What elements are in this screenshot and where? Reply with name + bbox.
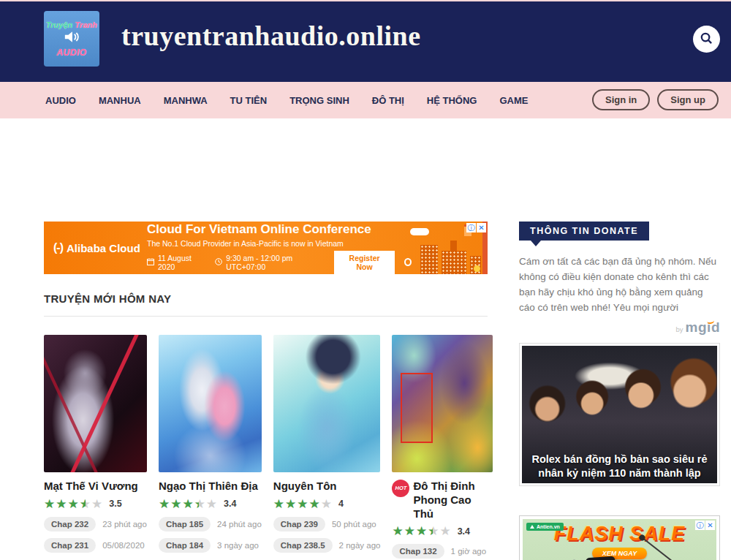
star-rating: ★★★★★ ★★★★★: [273, 498, 333, 510]
star-rating: ★★★★★ ★★★★★: [392, 525, 451, 537]
rating-value: 3.5: [109, 499, 121, 509]
rating-row: ★★★★★ ★★★★★ 3.5: [44, 498, 147, 510]
star-icons-filled: ★★★★★: [44, 498, 86, 510]
site-title[interactable]: truyentranhaudio.online: [121, 20, 421, 52]
chapter-badge[interactable]: Chap 184: [159, 538, 211, 553]
nav-item-game[interactable]: GAME: [499, 95, 528, 106]
rating-row: ★★★★★ ★★★★★ 3.4: [159, 498, 262, 510]
logo-script-text: Truyện Tranh: [46, 20, 97, 29]
nav-item-he-thong[interactable]: HỆ THỐNG: [427, 95, 477, 106]
star-rating: ★★★★★ ★★★★★: [159, 498, 218, 510]
banner-ad[interactable]: (-) Alibaba Cloud Cloud For Vietnam Onli…: [44, 222, 488, 274]
nav-item-do-thi[interactable]: ĐÔ THỊ: [372, 95, 404, 106]
comic-card-grid: Mạt Thế Vi Vương ★★★★★ ★★★★★ 3.5 Chap 23…: [44, 335, 488, 560]
banner-schedule: 11 August 2020 9:30 am - 12:00 pm UTC+07…: [147, 251, 412, 274]
mgid-by-label: by: [676, 325, 683, 333]
chapter-badge[interactable]: Chap 239: [273, 517, 325, 531]
sign-up-button[interactable]: Sign up: [657, 89, 719, 110]
chapter-badge[interactable]: Chap 185: [159, 517, 211, 531]
clock-icon: [215, 258, 222, 267]
chapter-row: Chap 239 50 phút ago: [273, 517, 381, 531]
logo-word-2: Tranh: [75, 20, 97, 29]
nav-item-manhua[interactable]: MANHUA: [99, 95, 141, 106]
phone-shape: [586, 556, 618, 560]
chapter-time: 1 giờ ago: [451, 547, 486, 556]
advertiser-name: Antien.vn: [537, 524, 560, 529]
native-ad-photo: Rolex bán đồng hồ bản sao siêu rẻ nhân k…: [522, 346, 717, 483]
chapter-time: 2 ngày ago: [339, 541, 381, 550]
chapter-badge[interactable]: Chap 132: [392, 544, 444, 559]
section-title-new-today: TRUYỆN MỚI HÔM NAY: [44, 292, 488, 317]
comic-title[interactable]: Ngạo Thị Thiên Địa: [159, 480, 262, 493]
comic-card: Nguyên Tôn ★★★★★ ★★★★★ 4 Chap 239 50 phú…: [273, 335, 381, 560]
speaker-icon: [64, 30, 80, 47]
comic-cover[interactable]: [273, 335, 381, 472]
flash-sale-ad-body: Antien.vn ⓘ ✕ FLASH SALE XEM NGAY: [523, 519, 716, 560]
mgid-brand-label: mgid: [686, 319, 720, 336]
comic-title[interactable]: HOT Đô Thị Đỉnh Phong Cao Thủ: [392, 480, 493, 521]
comic-card: HOT Đô Thị Đỉnh Phong Cao Thủ ★★★★★ ★★★★…: [392, 335, 493, 560]
star-rating: ★★★★★ ★★★★★: [44, 498, 103, 510]
hot-badge: HOT: [392, 480, 409, 497]
donate-text: Cám ơn tất cả các bạn đã ủng hộ nhóm. Nế…: [519, 254, 720, 316]
comic-title-text: Ngạo Thị Thiên Địa: [159, 480, 258, 493]
chapter-badge[interactable]: Chap 238.5: [273, 538, 333, 553]
nav-item-tu-tien[interactable]: TU TIÊN: [230, 95, 268, 106]
ad-close-icon[interactable]: ✕: [705, 521, 715, 530]
chapter-badge[interactable]: Chap 232: [44, 517, 96, 531]
banner-time: 9:30 am - 12:00 pm UTC+07:00: [226, 254, 320, 271]
header: Truyện Tranh AUDIO truyentranhaudio.onli…: [0, 0, 731, 82]
comic-card: Mạt Thế Vi Vương ★★★★★ ★★★★★ 3.5 Chap 23…: [44, 335, 147, 560]
banner-date: 11 August 2020: [158, 254, 204, 271]
tree-shape: [474, 265, 480, 272]
star-icons-filled: ★★★★★: [159, 498, 199, 510]
ad-info-icon[interactable]: ⓘ: [695, 521, 705, 530]
nav-item-audio[interactable]: AUDIO: [45, 95, 76, 106]
search-button[interactable]: [693, 26, 720, 53]
ad-info-icon[interactable]: ⓘ: [466, 223, 476, 232]
comic-title-text: Mạt Thế Vi Vương: [44, 480, 138, 493]
rating-row: ★★★★★ ★★★★★ 4: [273, 498, 381, 510]
mgid-logo[interactable]: bymgid: [519, 319, 720, 336]
building-shape: [420, 245, 438, 274]
comic-cover[interactable]: [159, 335, 262, 472]
main-nav: AUDIO MANHUA MANHWA TU TIÊN TRỌNG SINH Đ…: [0, 82, 731, 118]
chapter-row: Chap 132 1 giờ ago: [392, 544, 493, 559]
comic-title[interactable]: Mạt Thế Vi Vương: [44, 480, 147, 493]
flash-sale-ad[interactable]: Antien.vn ⓘ ✕ FLASH SALE XEM NGAY: [519, 515, 720, 560]
register-now-button[interactable]: Register Now: [334, 251, 395, 274]
chapter-time: 3 ngày ago: [217, 541, 259, 550]
chapter-row: Chap 184 3 ngày ago: [159, 538, 262, 553]
ad-close-icon[interactable]: ✕: [477, 223, 486, 232]
logo-word-1: Truyện: [46, 20, 72, 29]
comic-cover[interactable]: [44, 335, 147, 472]
nav-item-trong-sinh[interactable]: TRỌNG SINH: [289, 95, 349, 106]
banner-content: Cloud For Vietnam Online Conference The …: [147, 222, 412, 274]
donate-title-ribbon: THÔNG TIN DONATE: [519, 222, 649, 241]
advertiser-badge[interactable]: Antien.vn: [526, 523, 564, 531]
ad-corner-controls: ⓘ ✕: [466, 223, 486, 232]
logo-audio-label: AUDIO: [56, 48, 86, 58]
rating-row: ★★★★★ ★★★★★ 3.4: [392, 525, 493, 537]
native-ad[interactable]: Rolex bán đồng hồ bản sao siêu rẻ nhân k…: [519, 343, 720, 486]
calendar-icon: [147, 258, 154, 267]
comic-cover[interactable]: [392, 335, 493, 472]
chapter-time: 50 phút ago: [332, 520, 376, 529]
chapter-time: 05/08/2020: [102, 541, 145, 550]
rating-value: 3.4: [458, 526, 470, 537]
nav-item-manhwa[interactable]: MANHWA: [164, 95, 208, 106]
alibaba-cloud-icon: (-): [53, 241, 63, 254]
sidebar: THÔNG TIN DONATE Cám ơn tất cả các bạn đ…: [519, 222, 720, 486]
building-shape: [442, 251, 466, 274]
sign-in-button[interactable]: Sign in: [592, 89, 650, 110]
search-icon: [700, 31, 713, 48]
comic-card: Ngạo Thị Thiên Địa ★★★★★ ★★★★★ 3.4 Chap …: [159, 335, 262, 560]
comic-title-text: Nguyên Tôn: [273, 480, 337, 493]
chapter-badge[interactable]: Chap 231: [44, 538, 96, 553]
advertiser-logo-icon: [530, 525, 534, 529]
chapter-row: Chap 231 05/08/2020: [44, 538, 147, 553]
site-logo[interactable]: Truyện Tranh AUDIO: [44, 11, 99, 67]
comic-title[interactable]: Nguyên Tôn: [273, 480, 381, 493]
chapter-time: 23 phút ago: [102, 520, 147, 529]
rating-value: 3.4: [224, 499, 236, 509]
